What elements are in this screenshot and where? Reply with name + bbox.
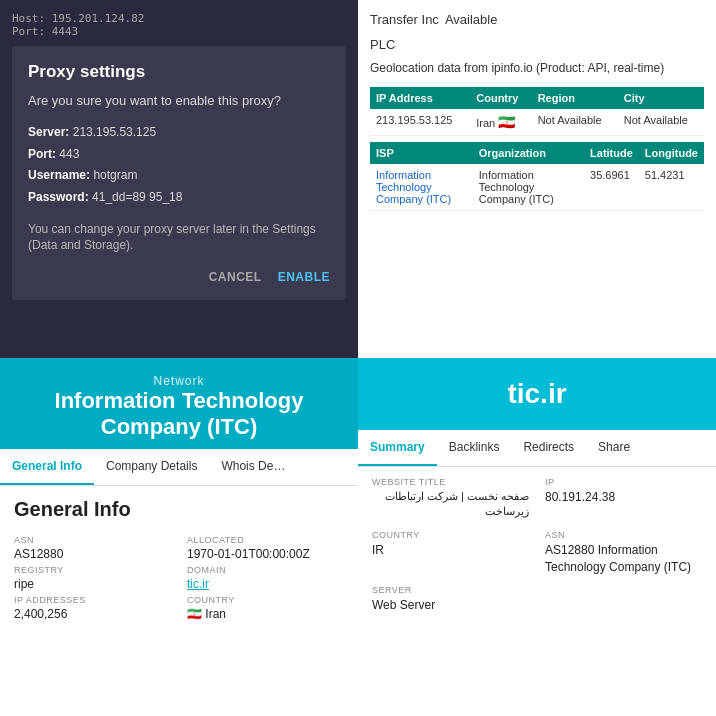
table-row: 213.195.53.125 Iran 🇮🇷 Not Available Not… (370, 109, 704, 136)
username-label: Username: (28, 168, 90, 182)
ip-label: IP (545, 477, 702, 487)
port-value: 4443 (52, 25, 79, 38)
network-content: General Info ASN AS12880 ALLOCATED 1970-… (0, 486, 358, 716)
net-section-title: General Info (14, 498, 344, 521)
proxy-panel: Host: 195.201.124.82 Port: 4443 Proxy se… (0, 0, 358, 358)
server-value: Web Server (372, 597, 529, 614)
proxy-dialog: Proxy settings Are you sure you want to … (12, 46, 346, 300)
asn-label: ASN (14, 535, 171, 545)
net-field-group-1: ASN AS12880 ALLOCATED 1970-01-01T00:00:0… (14, 535, 344, 561)
tic-row-1: WEBSITE TITLE صفحه نخست | شرکت ارتباطات … (372, 477, 702, 520)
proxy-question: Are you sure you want to enable this pro… (28, 92, 330, 110)
allocated-value: 1970-01-01T00:00:00Z (187, 547, 344, 561)
website-title-value: صفحه نخست | شرکت ارتباطات زیرساخت (372, 489, 529, 520)
tic-title: tic.ir (374, 378, 700, 410)
geo-plc: PLC (370, 37, 704, 52)
tic-header: tic.ir (358, 358, 716, 430)
country-label: COUNTRY (372, 530, 529, 540)
flag-icon: 🇮🇷 (498, 114, 515, 130)
ip-addresses-label: IP ADDRESSES (14, 595, 171, 605)
asn-field: ASN AS12880 Information Technology Compa… (545, 530, 702, 576)
port2-label: Port: (28, 147, 56, 161)
tic-tabs: Summary Backlinks Redirects Share (358, 430, 716, 467)
registry-value: ripe (14, 577, 171, 591)
col-city: City (618, 87, 704, 109)
net-field-group-3: IP ADDRESSES 2,400,256 COUNTRY 🇮🇷 Iran (14, 595, 344, 621)
ip-addresses-field: IP ADDRESSES 2,400,256 (14, 595, 171, 621)
tic-panel: tic.ir Summary Backlinks Redirects Share… (358, 358, 716, 716)
net-field-group-2: REGISTRY ripe DOMAIN tic.ir (14, 565, 344, 591)
geo-table1: IP Address Country Region City 213.195.5… (370, 87, 704, 136)
country-value: IR (372, 542, 529, 559)
username-value: hotgram (93, 168, 137, 182)
tab-summary[interactable]: Summary (358, 430, 437, 466)
network-label: Network (16, 374, 342, 388)
country-label: COUNTRY (187, 595, 344, 605)
network-tabs: General Info Company Details Whois De… (0, 449, 358, 486)
ip-cell: 213.195.53.125 (370, 109, 470, 136)
org-cell: Information Technology Company (ITC) (473, 164, 584, 211)
domain-label: DOMAIN (187, 565, 344, 575)
ip-field: IP 80.191.24.38 (545, 477, 702, 520)
ip-addresses-value: 2,400,256 (14, 607, 171, 621)
tic-row-2: COUNTRY IR ASN AS12880 Information Techn… (372, 530, 702, 576)
enable-button[interactable]: ENABLE (278, 270, 330, 284)
network-header: Network Information Technology Company (… (0, 358, 358, 449)
server-field: SERVER Web Server (372, 585, 529, 614)
tic-row-3: SERVER Web Server (372, 585, 702, 614)
password-label: Password: (28, 190, 89, 204)
tab-redirects[interactable]: Redirects (511, 430, 586, 466)
proxy-buttons: CANCEL ENABLE (28, 270, 330, 284)
col-region: Region (532, 87, 618, 109)
geo-source: Geolocation data from ipinfo.io (Product… (370, 60, 704, 77)
tab-share[interactable]: Share (586, 430, 642, 466)
tic-content: WEBSITE TITLE صفحه نخست | شرکت ارتباطات … (358, 467, 716, 716)
network-title: Information Technology Company (ITC) (16, 388, 342, 441)
tab-backlinks[interactable]: Backlinks (437, 430, 512, 466)
registry-label: REGISTRY (14, 565, 171, 575)
proxy-title: Proxy settings (28, 62, 330, 82)
geo-company: Transfer Inc (370, 12, 439, 27)
country-field: COUNTRY 🇮🇷 Iran (187, 595, 344, 621)
geo-panel: Transfer Inc Available PLC Geolocation d… (358, 0, 716, 358)
col-org: Organization (473, 142, 584, 164)
proxy-note: You can change your proxy server later i… (28, 221, 330, 255)
col-ip: IP Address (370, 87, 470, 109)
col-country: Country (470, 87, 531, 109)
proxy-details: Server: 213.195.53.125 Port: 443 Usernam… (28, 122, 330, 208)
city-cell: Not Available (618, 109, 704, 136)
cancel-button[interactable]: CANCEL (209, 270, 262, 284)
domain-value[interactable]: tic.ir (187, 577, 344, 591)
lon-cell: 51.4231 (639, 164, 704, 211)
password-value: 41_dd=89 95_18 (92, 190, 182, 204)
server-label: SERVER (372, 585, 529, 595)
host-info: Host: 195.201.124.82 Port: 4443 (12, 12, 346, 38)
isp-cell: Information Technology Company (ITC) (370, 164, 473, 211)
region-cell: Not Available (532, 109, 618, 136)
asn-label: ASN (545, 530, 702, 540)
network-panel: Network Information Technology Company (… (0, 358, 358, 716)
tab-company-details[interactable]: Company Details (94, 449, 209, 485)
country-text: Iran (476, 117, 495, 129)
allocated-field: ALLOCATED 1970-01-01T00:00:00Z (187, 535, 344, 561)
country-value: 🇮🇷 Iran (187, 607, 344, 621)
port-label: Port: (12, 25, 45, 38)
tab-whois[interactable]: Whois De… (209, 449, 297, 485)
asn-field: ASN AS12880 (14, 535, 171, 561)
lat-cell: 35.6961 (584, 164, 639, 211)
host-label: Host: (12, 12, 45, 25)
country-cell: Iran 🇮🇷 (470, 109, 531, 136)
geo-available: Available (445, 12, 498, 27)
host-value: 195.201.124.82 (52, 12, 145, 25)
tab-general-info[interactable]: General Info (0, 449, 94, 485)
server-label: Server: (28, 125, 69, 139)
allocated-label: ALLOCATED (187, 535, 344, 545)
ip-value: 80.191.24.38 (545, 489, 702, 506)
registry-field: REGISTRY ripe (14, 565, 171, 591)
domain-field: DOMAIN tic.ir (187, 565, 344, 591)
asn-value: AS12880 Information Technology Company (… (545, 542, 702, 576)
website-title-label: WEBSITE TITLE (372, 477, 529, 487)
col-isp: ISP (370, 142, 473, 164)
website-title-field: WEBSITE TITLE صفحه نخست | شرکت ارتباطات … (372, 477, 529, 520)
server-value: 213.195.53.125 (73, 125, 156, 139)
